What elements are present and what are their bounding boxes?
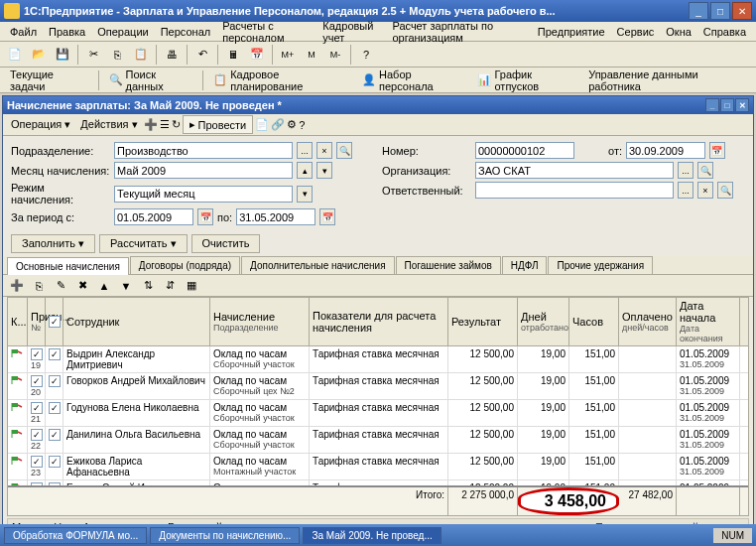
report-icon[interactable]: 📄 <box>255 118 269 131</box>
grid-sort-icon[interactable]: ⇅ <box>138 277 158 295</box>
recruit-link[interactable]: 👤Набор персонала <box>356 67 469 94</box>
open-icon[interactable]: 📂 <box>28 44 50 66</box>
refresh-icon[interactable]: ↻ <box>172 118 181 131</box>
grid-up-icon[interactable]: ▲ <box>94 277 114 295</box>
row-check2[interactable]: ✓ <box>49 429 61 441</box>
grid-del-icon[interactable]: ✖ <box>72 277 92 295</box>
actions-menu[interactable]: Действия ▾ <box>76 118 141 131</box>
doc-max-button[interactable]: □ <box>720 98 734 112</box>
dept-open-button[interactable]: 🔍 <box>336 142 352 159</box>
tab-main[interactable]: Основные начисления <box>7 257 129 275</box>
period-from-cal-button[interactable]: 📅 <box>197 208 213 225</box>
month-down-button[interactable]: ▾ <box>316 162 332 179</box>
period-from-input[interactable]: 01.05.2009 <box>114 208 193 225</box>
row-check2[interactable]: ✓ <box>49 375 61 387</box>
link-icon[interactable]: 🔗 <box>271 118 285 131</box>
empdata-link[interactable]: Управление данными работника <box>582 67 752 94</box>
table-row[interactable]: ✓22✓Данилина Ольга ВасильевнаОклад по ча… <box>8 427 748 454</box>
calc-button[interactable]: Рассчитать ▾ <box>99 234 187 253</box>
planning-link[interactable]: 📋Кадровое планирование <box>207 67 354 94</box>
resp-select-button[interactable]: ... <box>678 182 693 199</box>
menu-windows[interactable]: Окна <box>660 24 697 40</box>
menu-help[interactable]: Справка <box>697 24 752 40</box>
month-input[interactable]: Май 2009 <box>114 162 293 179</box>
menu-edit[interactable]: Правка <box>43 24 91 40</box>
grid-add-icon[interactable]: ➕ <box>7 277 27 295</box>
row-check2[interactable]: ✓ <box>49 348 61 360</box>
col-indicators[interactable]: Показатели для расчета начисления <box>310 298 448 345</box>
menu-payroll[interactable]: Расчеты с персоналом <box>216 18 316 46</box>
table-row[interactable]: ✓23✓Ежикова Лариса АфанасьевнаОклад по ч… <box>8 454 748 480</box>
mplus-icon[interactable]: M+ <box>277 44 299 66</box>
row-check2[interactable]: ✓ <box>49 482 61 485</box>
table-row[interactable]: ✓21✓Годунова Елена НиколаевнаОклад по ча… <box>8 400 748 427</box>
row-check[interactable]: ✓ <box>31 482 43 485</box>
grid-sort2-icon[interactable]: ⇵ <box>160 277 180 295</box>
calendar-icon[interactable]: 📅 <box>246 44 268 66</box>
tab-other[interactable]: Прочие удержания <box>548 256 653 274</box>
taskbar-item-1[interactable]: Обработка ФОРМУЛА мо... <box>4 527 147 544</box>
resp-clear-button[interactable]: × <box>697 182 713 199</box>
paste-icon[interactable]: 📋 <box>130 44 152 66</box>
m-icon[interactable]: M <box>301 44 322 66</box>
tab-contracts[interactable]: Договоры (подряда) <box>130 256 240 274</box>
col-dates[interactable]: Дата началаДата окончания <box>677 298 740 345</box>
dept-clear-button[interactable]: × <box>316 142 332 159</box>
col-accrual[interactable]: НачислениеПодразделение <box>210 298 310 345</box>
doc-min-button[interactable]: _ <box>705 98 719 112</box>
number-input[interactable]: 00000000102 <box>475 142 574 159</box>
add-icon[interactable]: ➕ <box>144 118 158 131</box>
col-hours[interactable]: Часов <box>569 298 619 345</box>
menu-enterprise[interactable]: Предприятие <box>532 24 611 40</box>
mode-select-button[interactable]: ▾ <box>297 186 313 203</box>
col-employee[interactable]: Сотрудник <box>63 298 210 345</box>
print-icon[interactable]: 🖶 <box>161 44 183 66</box>
menu-salary[interactable]: Расчет зарплаты по организациям <box>386 18 531 46</box>
clear-button[interactable]: Очистить <box>191 234 261 253</box>
tab-additional[interactable]: Дополнительные начисления <box>241 256 395 274</box>
current-tasks-link[interactable]: Текущие задачи <box>4 67 94 94</box>
col-flag[interactable]: Призн...№ <box>28 298 46 345</box>
row-check[interactable]: ✓ <box>31 375 43 387</box>
row-check[interactable]: ✓ <box>31 456 43 468</box>
row-check2[interactable]: ✓ <box>49 456 61 468</box>
date-input[interactable]: 30.09.2009 <box>626 142 705 159</box>
period-to-cal-button[interactable]: 📅 <box>319 208 335 225</box>
tab-loans[interactable]: Погашение займов <box>396 256 501 274</box>
org-select-button[interactable]: ... <box>678 162 693 179</box>
table-row[interactable]: ✓24✓Енокин Сергей ИвановичОклад по часам… <box>8 480 748 485</box>
menu-personnel[interactable]: Персонал <box>155 24 217 40</box>
grid-edit-icon[interactable]: ✎ <box>51 277 70 295</box>
col-result[interactable]: Результат <box>448 298 518 345</box>
grid-filter-icon[interactable]: ▦ <box>182 277 201 295</box>
settings-icon[interactable]: ⚙ <box>287 118 297 131</box>
period-to-input[interactable]: 31.05.2009 <box>236 208 315 225</box>
menu-file[interactable]: Файл <box>4 24 43 40</box>
col-k[interactable]: К... <box>8 298 28 345</box>
menu-operations[interactable]: Операции <box>91 24 154 40</box>
col-paid[interactable]: Оплаченодней/часов <box>619 298 677 345</box>
table-row[interactable]: ✓19✓Выдрин Александр ДмитриевичОклад по … <box>8 346 748 373</box>
table-row[interactable]: ✓20✓Говорков Андрей МихайловичОклад по ч… <box>8 373 748 400</box>
mminus-icon[interactable]: M- <box>324 44 346 66</box>
help-icon[interactable]: ? <box>355 44 377 66</box>
minimize-button[interactable]: _ <box>689 2 708 20</box>
save-icon[interactable]: 💾 <box>52 44 73 66</box>
run-button[interactable]: ▸Провести <box>183 115 254 134</box>
org-open-button[interactable]: 🔍 <box>697 162 713 179</box>
menu-hr[interactable]: Кадровый учет <box>316 18 386 46</box>
close-button[interactable]: ✕ <box>732 2 752 20</box>
menu-service[interactable]: Сервис <box>611 24 661 40</box>
row-check2[interactable]: ✓ <box>49 402 61 414</box>
grid-body[interactable]: ✓19✓Выдрин Александр ДмитриевичОклад по … <box>8 346 748 485</box>
help2-icon[interactable]: ? <box>299 119 305 131</box>
row-check[interactable]: ✓ <box>31 429 43 441</box>
taskbar-item-2[interactable]: Документы по начислению... <box>150 527 300 544</box>
list-icon[interactable]: ☰ <box>160 118 170 131</box>
new-doc-icon[interactable]: 📄 <box>4 44 26 66</box>
org-input[interactable]: ЗАО СКАТ <box>475 162 674 179</box>
month-up-button[interactable]: ▴ <box>297 162 313 179</box>
dept-select-button[interactable]: ... <box>297 142 313 159</box>
dept-input[interactable]: Производство <box>114 142 293 159</box>
vacation-link[interactable]: 📊График отпусков <box>471 67 580 94</box>
